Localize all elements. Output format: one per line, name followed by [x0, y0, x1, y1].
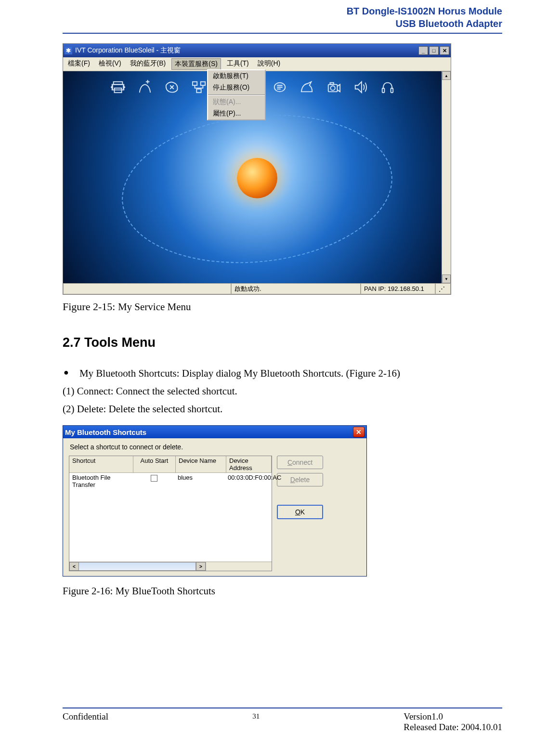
footer-divider: [63, 708, 502, 708]
maximize-button[interactable]: □: [429, 46, 439, 55]
col-shortcut[interactable]: Shortcut: [69, 456, 133, 472]
section-heading: 2.7 Tools Menu: [63, 335, 502, 350]
menu-properties[interactable]: 屬性(P)...: [208, 108, 265, 119]
menu-view[interactable]: 檢視(V): [96, 58, 124, 70]
scroll-track[interactable]: [79, 562, 196, 571]
footer-left: Confidential: [63, 711, 108, 733]
page-header: BT Dongle-IS1002N Horus Module USB Bluet…: [63, 5, 502, 30]
scroll-right-button[interactable]: >: [196, 562, 206, 571]
resize-grip[interactable]: ⋰: [435, 284, 451, 294]
scroll-down-button[interactable]: ▼: [442, 275, 451, 283]
connect-button: Connect: [277, 456, 323, 469]
footer-version: Version1.0: [404, 711, 502, 722]
scroll-spacer: [206, 562, 272, 571]
page-footer: Confidential 31 Version1.0 Released Date…: [63, 708, 502, 733]
caption1-text: My Service Menu: [118, 301, 191, 313]
print-icon[interactable]: [110, 80, 126, 94]
dialog-title: My Bluetooth Shortcuts: [65, 428, 146, 436]
cell-shortcut: Bluetooth File Transfer: [69, 473, 133, 489]
minimize-button[interactable]: _: [418, 46, 428, 55]
horizontal-scrollbar[interactable]: < >: [69, 562, 272, 571]
file-transfer-icon[interactable]: [164, 80, 180, 94]
header-line1: BT Dongle-IS1002N Horus Module: [63, 5, 502, 17]
footer-date: Released Date: 2004.10.01: [404, 722, 502, 733]
object-push-icon[interactable]: [137, 80, 153, 94]
center-device-icon[interactable]: [237, 158, 277, 198]
shortcuts-listview[interactable]: Shortcut Auto Start Device Name Device A…: [69, 456, 272, 571]
cell-auto-start[interactable]: [133, 473, 175, 489]
menu-my-bluetooth[interactable]: 我的藍牙(B): [127, 58, 169, 70]
auto-start-checkbox[interactable]: [151, 475, 157, 482]
network-icon[interactable]: [191, 80, 207, 94]
menu-tools[interactable]: 工具(T): [224, 58, 252, 70]
dialog-instruction: Select a shortcut to connect or delete.: [70, 443, 362, 451]
listview-header[interactable]: Shortcut Auto Start Device Name Device A…: [69, 456, 272, 473]
scroll-up-button[interactable]: ▲: [442, 71, 451, 80]
window-title: IVT Corporation BlueSoleil - 主視窗: [75, 46, 181, 55]
svg-rect-4: [200, 82, 205, 86]
svg-rect-3: [192, 82, 196, 86]
shortcuts-dialog: My Bluetooth Shortcuts ✕ Select a shortc…: [63, 425, 367, 577]
caption1-prefix: Figure 2-15:: [63, 301, 118, 313]
menu-file[interactable]: 檔案(F): [65, 58, 93, 70]
status-message: 啟動成功.: [231, 284, 361, 294]
statusbar: 啟動成功. PAN IP: 192.168.50.1 ⋰: [63, 283, 451, 294]
figure-caption-2: Figure 2-16: My BlueTooth Shortcuts: [63, 585, 502, 597]
svg-point-8: [330, 86, 335, 90]
fax-icon[interactable]: [299, 80, 315, 94]
status-cell-left: [63, 284, 231, 294]
footer-page-number: 31: [108, 711, 404, 733]
close-button[interactable]: ✕: [440, 46, 449, 55]
headset-icon[interactable]: [379, 80, 396, 94]
dialog-close-button[interactable]: ✕: [353, 427, 365, 437]
cell-device-name: blues: [175, 473, 225, 489]
service-dropdown-menu[interactable]: 啟動服務(T) 停止服務(O) 狀態(A)... 屬性(P)...: [207, 69, 266, 120]
svg-rect-9: [330, 83, 334, 85]
body-line-2: (2) Delete: Delete the selected shortcut…: [63, 400, 502, 418]
col-device-name[interactable]: Device Name: [176, 456, 226, 472]
cell-device-address: 00:03:0D:F0:00:AC: [225, 473, 284, 489]
menu-separator: [208, 94, 265, 95]
audio-icon[interactable]: [352, 80, 369, 94]
header-divider: [63, 33, 502, 34]
svg-rect-5: [196, 89, 201, 93]
bullet-icon: ●: [64, 365, 69, 382]
bluetooth-icon: ✱: [65, 47, 72, 54]
table-row[interactable]: Bluetooth File Transfer blues 00:03:0D:F…: [69, 473, 272, 489]
bullet-text: My Bluetooth Shortcuts: Display dialog M…: [79, 365, 400, 382]
menu-stop-service[interactable]: 停止服務(O): [208, 82, 265, 93]
camera-icon[interactable]: [326, 80, 342, 94]
status-pan-ip: PAN IP: 192.168.50.1: [361, 284, 435, 294]
menu-help[interactable]: 說明(H): [255, 58, 283, 70]
menu-device-service[interactable]: 本裝置服務(S): [171, 58, 221, 70]
col-auto-start[interactable]: Auto Start: [133, 456, 176, 472]
col-device-address[interactable]: Device Address: [226, 456, 272, 472]
ok-button[interactable]: OK: [277, 505, 323, 519]
header-line2: USB Bluetooth Adapter: [63, 17, 502, 30]
pim-icon[interactable]: [272, 80, 288, 94]
body-text: ● My Bluetooth Shortcuts: Display dialog…: [63, 365, 502, 418]
figure-caption-1: Figure 2-15: My Service Menu: [63, 301, 502, 313]
menu-status: 狀態(A)...: [208, 96, 265, 108]
body-line-1: (1) Connect: Connect the selected shortc…: [63, 382, 502, 400]
vertical-scrollbar[interactable]: ▲ ▼: [442, 71, 451, 283]
scroll-left-button[interactable]: <: [69, 562, 79, 571]
dialog-titlebar[interactable]: My Bluetooth Shortcuts ✕: [63, 426, 366, 438]
titlebar[interactable]: ✱ IVT Corporation BlueSoleil - 主視窗 _ □ ✕: [63, 44, 451, 57]
menu-start-service[interactable]: 啟動服務(T): [208, 70, 265, 82]
svg-rect-1: [112, 84, 123, 90]
